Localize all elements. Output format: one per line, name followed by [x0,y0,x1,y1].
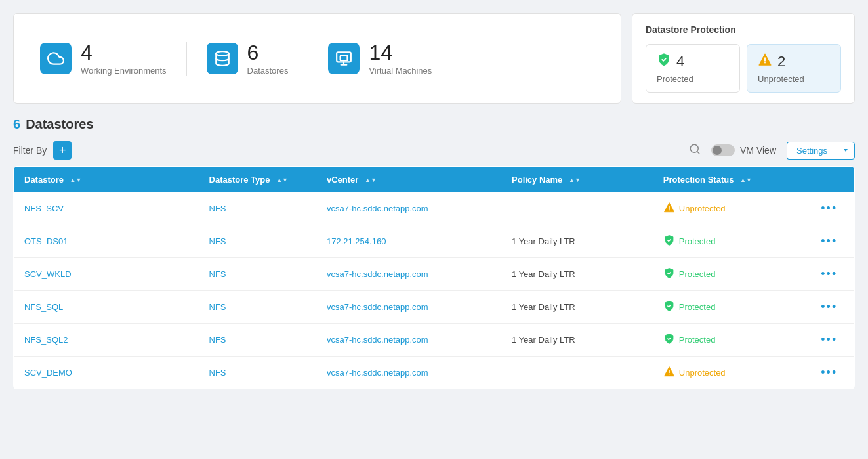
table-row: OTS_DS01NFS172.21.254.1601 Year Daily LT… [14,225,855,258]
section-title: Datastores [26,117,93,132]
vm-view-toggle[interactable] [711,144,735,156]
summary-vms: 14 Virtual Machines [308,42,451,76]
protected-box-top: 4 [657,53,729,70]
add-filter-button[interactable]: + [53,141,72,160]
col-header-type[interactable]: Datastore Type ▲▼ [199,167,316,193]
summary-items: 4 Working Environments 6 Datastores [33,42,601,76]
datastore-link[interactable]: SCV_WKLD [24,269,72,279]
row-actions-button[interactable]: ••• [821,267,837,280]
datastore-link[interactable]: SCV_DEMO [24,368,72,378]
status-text: Unprotected [679,204,726,213]
summary-we-info: 4 Working Environments [81,42,167,76]
datastore-link[interactable]: OTS_DS01 [24,236,68,246]
svg-line-6 [697,151,699,153]
sort-icon-datastore: ▲▼ [70,177,82,183]
cell-type: NFS [199,258,316,291]
col-header-policy[interactable]: Policy Name ▲▼ [501,167,653,193]
svg-point-0 [216,51,229,56]
settings-dropdown-button[interactable] [837,142,855,160]
unprotected-label: Unprotected [758,74,830,84]
status-cell: Protected [663,234,794,248]
cell-vcenter: vcsa7-hc.sddc.netapp.com [316,357,501,389]
cloud-icon [40,43,72,74]
cell-policy: 1 Year Daily LTR [501,225,653,258]
vcenter-link[interactable]: vcsa7-hc.sddc.netapp.com [327,302,428,312]
protected-label: Protected [657,74,729,84]
we-label: Working Environments [81,66,167,76]
status-cell: Protected [663,300,794,314]
row-actions-button[interactable]: ••• [821,202,837,215]
datastore-icon [207,43,238,74]
vcenter-link[interactable]: vcsa7-hc.sddc.netapp.com [327,335,428,345]
type-link[interactable]: NFS [209,236,226,246]
section-count: 6 [13,117,20,132]
sort-icon-policy: ▲▼ [569,177,581,183]
search-button[interactable] [689,143,701,158]
row-actions-button[interactable]: ••• [821,333,837,346]
table-row: SCV_WKLDNFSvcsa7-hc.sddc.netapp.com1 Yea… [14,258,855,291]
vm-view-label: VM View [740,145,776,156]
cell-actions: ••• [804,192,855,225]
summary-working-environments: 4 Working Environments [33,42,187,76]
unprotected-warn-icon [758,53,772,70]
section-header: 6 Datastores [13,117,855,132]
status-cell: Unprotected [663,202,794,215]
datastore-link[interactable]: NFS_SQL2 [24,335,68,345]
type-link[interactable]: NFS [209,204,226,213]
vcenter-link[interactable]: vcsa7-hc.sddc.netapp.com [327,204,428,213]
vm-label: Virtual Machines [369,66,432,76]
ds-label: Datastores [247,66,289,76]
protected-icon [663,300,675,314]
protection-boxes: 4 Protected 2 Unprotected [646,44,841,93]
cell-type: NFS [199,357,316,389]
row-actions-button[interactable]: ••• [821,234,837,248]
vcenter-link[interactable]: vcsa7-hc.sddc.netapp.com [327,368,428,378]
cell-actions: ••• [804,357,855,389]
vcenter-link[interactable]: 172.21.254.160 [327,236,386,246]
settings-button-group: Settings [787,142,855,160]
status-text: Protected [679,269,716,279]
type-link[interactable]: NFS [209,335,226,345]
cell-datastore: NFS_SQL2 [14,324,199,357]
sort-icon-status: ▲▼ [740,177,752,183]
cell-type: NFS [199,225,316,258]
datastores-table: Datastore ▲▼ Datastore Type ▲▼ vCenter ▲… [13,166,855,389]
toolbar: Filter By + VM View Settings [13,141,855,160]
toolbar-right: VM View Settings [689,142,855,160]
vm-view-toggle-area: VM View [711,144,776,156]
cell-vcenter: vcsa7-hc.sddc.netapp.com [316,291,501,324]
vcenter-link[interactable]: vcsa7-hc.sddc.netapp.com [327,269,428,279]
type-link[interactable]: NFS [209,302,226,312]
type-link[interactable]: NFS [209,269,226,279]
row-actions-button[interactable]: ••• [821,366,837,379]
unprotected-icon [663,202,675,215]
datastore-link[interactable]: NFS_SCV [24,204,64,213]
cell-datastore: NFS_SQL [14,291,199,324]
cell-type: NFS [199,192,316,225]
protected-count: 4 [676,53,684,70]
cell-policy [501,357,653,389]
cell-policy: 1 Year Daily LTR [501,258,653,291]
row-actions-button[interactable]: ••• [821,300,837,313]
cell-type: NFS [199,324,316,357]
unprotected-box-top: 2 [758,53,830,70]
settings-button[interactable]: Settings [787,142,837,160]
cell-datastore: SCV_WKLD [14,258,199,291]
protected-box: 4 Protected [646,44,740,93]
vm-icon [328,43,360,74]
col-header-datastore[interactable]: Datastore ▲▼ [14,167,199,193]
cell-status: Protected [653,225,804,258]
table-row: NFS_SCVNFSvcsa7-hc.sddc.netapp.comUnprot… [14,192,855,225]
protected-shield-icon [657,53,671,70]
datastore-link[interactable]: NFS_SQL [24,302,63,312]
cell-status: Unprotected [653,192,804,225]
cell-actions: ••• [804,291,855,324]
filter-label: Filter By [13,145,47,156]
protection-card: Datastore Protection 4 Protected [632,13,855,104]
protected-icon [663,234,675,248]
col-header-status[interactable]: Protection Status ▲▼ [653,167,804,193]
type-link[interactable]: NFS [209,368,226,378]
status-text: Protected [679,236,716,246]
col-header-vcenter[interactable]: vCenter ▲▼ [316,167,501,193]
vm-count: 14 [369,42,432,63]
